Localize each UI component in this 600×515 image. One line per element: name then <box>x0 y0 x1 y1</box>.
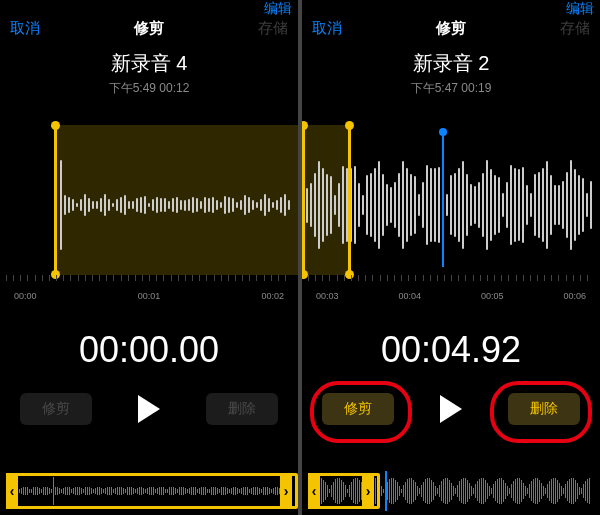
overview-strip[interactable]: ‹› <box>308 473 594 509</box>
strip-playhead[interactable] <box>385 471 387 511</box>
page-title: 修剪 <box>134 19 164 38</box>
recording-timestamp: 下午5:49 00:12 <box>0 80 298 97</box>
recording-name[interactable]: 新录音 2 <box>302 50 600 77</box>
cancel-button[interactable]: 取消 <box>10 19 40 38</box>
axis-label: 00:01 <box>138 291 161 301</box>
axis-label: 00:05 <box>481 291 504 301</box>
play-button[interactable] <box>440 395 462 423</box>
phone-panel-0: 编辑取消修剪存储新录音 4下午5:49 00:1200:0000:0100:02… <box>0 0 298 515</box>
delete-button: 删除 <box>206 393 278 425</box>
axis-label: 00:06 <box>563 291 586 301</box>
trim-handle-left[interactable] <box>54 125 57 275</box>
page-title: 修剪 <box>436 19 466 38</box>
axis-label: 00:02 <box>261 291 284 301</box>
axis-label: 00:00 <box>14 291 37 301</box>
strip-handle-left[interactable]: ‹ <box>308 473 320 509</box>
trim-button: 修剪 <box>20 393 92 425</box>
save-button[interactable]: 存储 <box>560 19 590 38</box>
waveform-area[interactable]: 00:0300:0400:0500:06 <box>302 125 600 305</box>
save-button[interactable]: 存储 <box>258 19 288 38</box>
strip-handle-right[interactable]: › <box>362 473 374 509</box>
playhead[interactable] <box>442 133 444 267</box>
waveform-area[interactable]: 00:0000:0100:02 <box>0 125 298 305</box>
cancel-button[interactable]: 取消 <box>312 19 342 38</box>
play-button[interactable] <box>138 395 160 423</box>
recording-name[interactable]: 新录音 4 <box>0 50 298 77</box>
phone-panel-1: 编辑取消修剪存储新录音 2下午5:47 00:1900:0300:0400:05… <box>302 0 600 515</box>
strip-handle-right[interactable]: › <box>280 473 292 509</box>
axis-label: 00:03 <box>316 291 339 301</box>
strip-handle-left[interactable]: ‹ <box>6 473 18 509</box>
axis-label: 00:04 <box>398 291 421 301</box>
timecode: 00:00.00 <box>0 329 298 371</box>
trim-handle-left[interactable] <box>302 125 305 275</box>
timecode: 00:04.92 <box>302 329 600 371</box>
delete-button[interactable]: 删除 <box>508 393 580 425</box>
recording-timestamp: 下午5:47 00:19 <box>302 80 600 97</box>
trim-button[interactable]: 修剪 <box>322 393 394 425</box>
trim-handle-right[interactable] <box>348 125 351 275</box>
overview-strip[interactable]: ‹› <box>6 473 292 509</box>
